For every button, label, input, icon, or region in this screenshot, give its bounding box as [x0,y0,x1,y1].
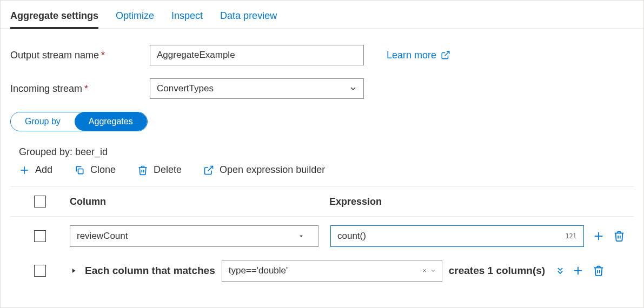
chevron-down-icon[interactable] [430,267,436,274]
pattern-suffix: creates 1 column(s) [449,265,545,277]
pattern-match-value: type=='double' [229,265,288,276]
incoming-stream-value[interactable] [150,78,364,99]
tab-optimize[interactable]: Optimize [116,2,154,28]
row-actions [593,230,625,242]
delete-row-button[interactable] [593,265,605,277]
row-checkbox[interactable] [34,265,46,277]
copy-icon [74,165,85,176]
add-row-button[interactable] [572,265,584,277]
header-expression: Expression [329,196,634,207]
svg-line-0 [445,51,449,56]
trash-icon [593,265,605,277]
clone-button[interactable]: Clone [74,164,116,176]
pattern-input-controls [421,267,436,274]
segment-group-by[interactable]: Group by [11,112,75,131]
expand-toggle[interactable] [70,267,77,274]
plus-icon [19,165,30,176]
incoming-stream-label: Incoming stream* [10,83,150,95]
header-column: Column [70,196,329,207]
open-external-icon [441,50,450,60]
toolbar: Add Clone Delete Open expression builder [19,164,634,176]
svg-line-4 [208,166,213,171]
groupby-aggregates-toggle: Group by Aggregates [10,112,148,131]
table-header: Column Expression [10,186,634,217]
learn-more-label: Learn more [387,50,436,61]
trash-icon [613,230,625,242]
segment-aggregates[interactable]: Aggregates [75,112,147,131]
expression-type-badge: 12l [565,232,577,240]
tab-bar: Aggregate settings Optimize Inspect Data… [1,1,643,29]
tab-inspect[interactable]: Inspect [171,2,203,28]
table-row: Each column that matches type=='double' … [10,256,634,286]
output-stream-input[interactable] [150,45,364,65]
output-stream-row: Output stream name* Learn more [10,45,634,65]
open-expression-builder-button[interactable]: Open expression builder [203,164,325,176]
incoming-stream-row: Incoming stream* [10,78,634,99]
column-name-select[interactable]: reviewCount [70,225,318,247]
delete-row-button[interactable] [613,230,625,242]
delete-button[interactable]: Delete [137,164,182,176]
expand-columns-button[interactable] [555,265,566,276]
required-indicator: * [101,50,105,61]
plus-icon [572,265,584,277]
expression-value: count() [337,231,366,242]
table-row: reviewCount count() 12l [10,217,634,256]
delete-label: Delete [154,164,182,176]
caret-down-icon [297,232,305,240]
add-label: Add [35,164,52,176]
column-name-value: reviewCount [77,231,128,242]
required-indicator: * [84,83,88,94]
select-all-checkbox[interactable] [34,196,46,207]
pattern-prefix: Each column that matches [85,265,215,277]
double-chevron-down-icon [555,265,566,276]
incoming-stream-select[interactable] [150,78,364,99]
clone-label: Clone [90,164,116,176]
output-stream-label: Output stream name* [10,50,150,61]
row-actions [572,265,605,277]
open-external-icon [203,165,214,176]
triangle-right-icon [70,267,77,274]
trash-icon [137,165,148,176]
add-row-button[interactable] [593,230,605,242]
row-checkbox[interactable] [34,230,46,242]
learn-more-link[interactable]: Learn more [387,50,450,61]
open-builder-label: Open expression builder [220,164,325,176]
add-button[interactable]: Add [19,164,52,176]
tab-aggregate-settings[interactable]: Aggregate settings [10,2,98,28]
plus-icon [593,230,605,242]
expression-input[interactable]: count() 12l [330,225,584,247]
svg-rect-3 [78,169,83,173]
pattern-match-input[interactable]: type=='double' [222,260,442,282]
aggregate-panel: Aggregate settings Optimize Inspect Data… [0,0,644,308]
grouped-by-text: Grouped by: beer_id [19,146,634,158]
clear-icon[interactable] [421,267,428,274]
tab-data-preview[interactable]: Data preview [220,2,277,28]
